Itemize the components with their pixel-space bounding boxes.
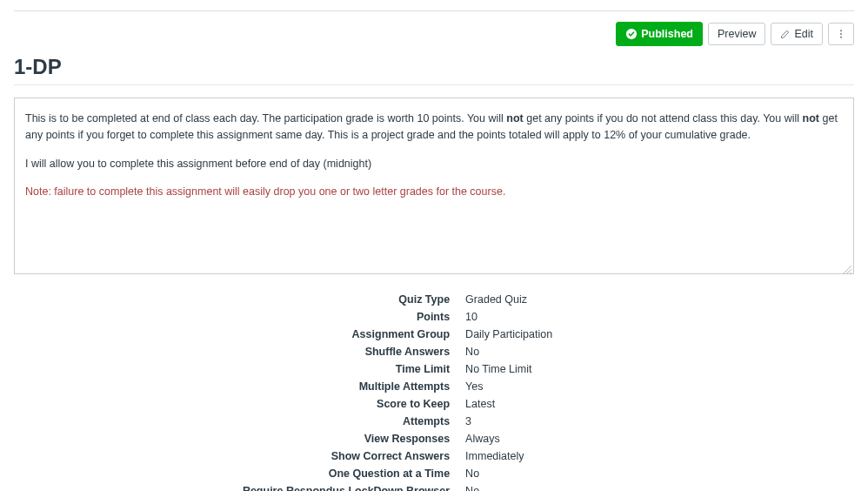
pencil-icon [780, 29, 791, 39]
settings-label: Shuffle Answers [236, 344, 457, 360]
quiz-settings-table: Quiz TypeGraded QuizPoints10Assignment G… [234, 290, 634, 491]
settings-row: Shuffle AnswersNo [236, 344, 632, 360]
published-button[interactable]: Published [616, 22, 703, 46]
settings-label: Points [236, 309, 457, 325]
header-toolbar: Published Preview Edit [14, 18, 854, 55]
edit-button[interactable]: Edit [771, 23, 823, 46]
desc-text: get any points if you do not attend clas… [524, 112, 803, 124]
settings-row: View ResponsesAlways [236, 431, 632, 447]
settings-value: No [458, 483, 632, 491]
settings-value: No [458, 466, 632, 481]
settings-label: Require Respondus LockDown Browser [236, 483, 457, 491]
settings-row: Quiz TypeGraded Quiz [236, 292, 632, 307]
settings-label: Attempts [236, 414, 457, 429]
resize-handle-icon[interactable] [843, 263, 851, 272]
settings-value: No [458, 344, 632, 360]
description-note: Note: failure to complete this assignmen… [25, 184, 843, 200]
settings-value: Graded Quiz [458, 292, 632, 307]
settings-value: Yes [458, 379, 632, 394]
settings-row: Assignment GroupDaily Participation [236, 326, 632, 342]
settings-row: Attempts3 [236, 414, 632, 429]
settings-row: Show Correct AnswersImmediately [236, 448, 632, 464]
settings-label: Assignment Group [236, 326, 457, 342]
settings-row: Multiple AttemptsYes [236, 379, 632, 394]
desc-text: This is to be completed at end of class … [25, 112, 506, 124]
description-paragraph-2: I will allow you to complete this assign… [25, 156, 843, 172]
preview-button[interactable]: Preview [708, 23, 765, 46]
settings-value: 10 [458, 309, 632, 325]
settings-row: Require Respondus LockDown BrowserNo [236, 483, 632, 491]
settings-label: Score to Keep [236, 396, 457, 412]
settings-label: Multiple Attempts [236, 379, 457, 394]
settings-value: 3 [458, 414, 632, 429]
svg-point-2 [840, 33, 842, 35]
settings-row: One Question at a TimeNo [236, 466, 632, 481]
settings-row: Time LimitNo Time Limit [236, 361, 632, 377]
settings-row: Score to KeepLatest [236, 396, 632, 412]
settings-label: Quiz Type [236, 292, 457, 307]
settings-label: Time Limit [236, 361, 457, 377]
settings-label: Show Correct Answers [236, 448, 457, 464]
settings-label: One Question at a Time [236, 466, 457, 481]
edit-label: Edit [794, 29, 813, 40]
page-title: 1-DP [14, 55, 854, 79]
settings-value: Immediately [458, 448, 632, 464]
settings-value: Latest [458, 396, 632, 412]
published-label: Published [641, 29, 693, 40]
kebab-menu-icon [836, 29, 846, 39]
check-circle-icon [625, 28, 638, 40]
desc-bold: not [506, 112, 523, 124]
desc-bold: not [803, 112, 819, 124]
svg-point-1 [840, 30, 842, 31]
description-paragraph-1: This is to be completed at end of class … [25, 111, 843, 144]
settings-value: Daily Participation [458, 326, 632, 342]
preview-label: Preview [718, 29, 756, 40]
svg-point-3 [840, 37, 842, 38]
settings-label: View Responses [236, 431, 457, 447]
settings-value: Always [458, 431, 632, 447]
description-box: This is to be completed at end of class … [14, 98, 854, 274]
settings-row: Points10 [236, 309, 632, 325]
settings-value: No Time Limit [458, 361, 632, 377]
more-options-button[interactable] [828, 23, 854, 45]
